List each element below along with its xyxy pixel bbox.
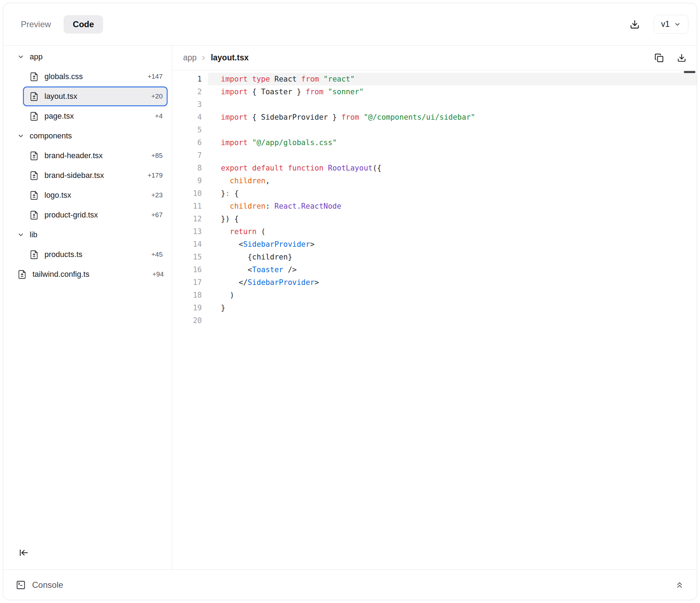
line-number: 4	[172, 111, 202, 124]
tree-item-label: brand-header.tsx	[44, 151, 103, 160]
code-line-2[interactable]: 2import { Toaster } from "sonner"	[172, 85, 697, 98]
file-item-logo.tsx[interactable]: logo.tsx+23	[23, 185, 168, 205]
version-selector[interactable]: v1	[654, 15, 688, 34]
chevron-right-icon	[200, 54, 207, 61]
code-line-content: export default function RootLayout({	[208, 162, 697, 174]
tree-item-label: products.ts	[44, 250, 83, 259]
breadcrumb: app layout.tsx	[172, 46, 697, 70]
breadcrumb-file: layout.tsx	[211, 53, 248, 62]
code-line-11[interactable]: 11 children: React.ReactNode	[172, 200, 697, 213]
folder-item-app[interactable]: app	[3, 47, 172, 67]
code-line-20[interactable]: 20	[172, 314, 697, 327]
line-number: 13	[172, 225, 202, 238]
code-line-content: }) {	[208, 213, 697, 225]
code-line-10[interactable]: 10}: {	[172, 187, 697, 200]
download-icon	[677, 53, 686, 62]
code-viewer-window: Preview Code v1 appglobals.css+147layout…	[3, 3, 697, 600]
file-tree: appglobals.css+147layout.tsx+20page.tsx+…	[3, 47, 172, 284]
code-line-5[interactable]: 5	[172, 124, 697, 136]
code-line-content: <Toaster />	[208, 263, 697, 276]
code-line-4[interactable]: 4import { SidebarProvider } from "@/comp…	[172, 111, 697, 124]
line-number: 1	[172, 73, 202, 85]
collapse-sidebar-button[interactable]	[15, 544, 32, 561]
code-line-content: }: {	[208, 187, 697, 200]
code-line-9[interactable]: 9 children,	[172, 174, 697, 187]
panel-collapse-icon	[19, 548, 29, 557]
chevrons-up-icon	[675, 580, 684, 590]
tree-item-label: components	[30, 131, 72, 141]
code-line-6[interactable]: 6import "@/app/globals.css"	[172, 136, 697, 149]
file-item-brand-header.tsx[interactable]: brand-header.tsx+85	[23, 146, 168, 166]
diff-count: +179	[147, 172, 163, 179]
line-number: 6	[172, 136, 202, 149]
line-number: 3	[172, 98, 202, 111]
code-line-content: import "@/app/globals.css"	[208, 136, 697, 149]
line-number: 10	[172, 187, 202, 200]
file-item-brand-sidebar.tsx[interactable]: brand-sidebar.tsx+179	[23, 166, 168, 185]
code-line-12[interactable]: 12}) {	[172, 213, 697, 225]
code-line-19[interactable]: 19}	[172, 302, 697, 314]
diff-count: +20	[151, 92, 163, 100]
code-editor[interactable]: 1import type React from "react"2import {…	[172, 70, 697, 569]
file-diff-icon	[29, 250, 39, 259]
code-line-content	[208, 314, 697, 327]
diff-count: +67	[151, 211, 163, 219]
code-line-content: import { SidebarProvider } from "@/compo…	[208, 111, 697, 124]
code-line-3[interactable]: 3	[172, 98, 697, 111]
file-item-globals.css[interactable]: globals.css+147	[23, 67, 168, 86]
diff-count: +85	[151, 152, 163, 160]
code-line-content: )	[208, 289, 697, 302]
file-diff-icon	[29, 210, 39, 220]
content-area: appglobals.css+147layout.tsx+20page.tsx+…	[3, 46, 697, 569]
code-line-13[interactable]: 13 return (	[172, 225, 697, 238]
editor-pane: app layout.tsx 1import type React from "…	[172, 46, 697, 569]
code-line-7[interactable]: 7	[172, 149, 697, 162]
expand-console-button[interactable]	[673, 578, 686, 592]
folder-item-lib[interactable]: lib	[3, 225, 172, 245]
code-line-15[interactable]: 15 {children}	[172, 251, 697, 263]
line-number: 7	[172, 149, 202, 162]
code-line-17[interactable]: 17 </SidebarProvider>	[172, 276, 697, 289]
code-line-content: {children}	[208, 251, 697, 263]
console-bar[interactable]: Console	[3, 569, 697, 600]
tree-item-label: layout.tsx	[44, 92, 77, 101]
tree-item-label: product-grid.tsx	[44, 210, 98, 220]
file-item-page.tsx[interactable]: page.tsx+4	[23, 106, 168, 126]
code-line-18[interactable]: 18 )	[172, 289, 697, 302]
line-number: 9	[172, 174, 202, 187]
diff-count: +4	[155, 112, 163, 120]
code-line-content: import { Toaster } from "sonner"	[208, 85, 697, 98]
folder-item-components[interactable]: components	[3, 126, 172, 146]
line-number: 8	[172, 162, 202, 174]
download-button[interactable]	[628, 17, 642, 31]
file-diff-icon	[29, 92, 39, 101]
tab-preview[interactable]: Preview	[17, 15, 54, 34]
code-line-1[interactable]: 1import type React from "react"	[172, 73, 697, 85]
code-line-content: }	[208, 302, 697, 314]
code-line-content: children,	[208, 174, 697, 187]
file-item-product-grid.tsx[interactable]: product-grid.tsx+67	[23, 205, 168, 225]
scrollbar-thumb[interactable]	[684, 71, 695, 73]
line-number: 16	[172, 263, 202, 276]
line-number: 5	[172, 124, 202, 136]
file-item-products.ts[interactable]: products.ts+45	[23, 245, 168, 264]
file-item-layout.tsx[interactable]: layout.tsx+20	[23, 86, 168, 106]
breadcrumb-folder: app	[183, 53, 197, 62]
code-lines: 1import type React from "react"2import {…	[172, 73, 697, 327]
line-number: 15	[172, 251, 202, 263]
line-number: 17	[172, 276, 202, 289]
file-diff-icon	[29, 72, 39, 82]
diff-count: +23	[151, 191, 163, 199]
code-line-16[interactable]: 16 <Toaster />	[172, 263, 697, 276]
file-diff-icon	[29, 151, 39, 161]
tree-item-label: globals.css	[44, 72, 83, 81]
code-line-8[interactable]: 8export default function RootLayout({	[172, 162, 697, 174]
code-line-content	[208, 149, 697, 162]
code-line-14[interactable]: 14 <SidebarProvider>	[172, 238, 697, 251]
download-file-button[interactable]	[675, 51, 688, 65]
file-diff-icon	[29, 112, 39, 121]
copy-code-button[interactable]	[652, 51, 666, 65]
line-number: 20	[172, 314, 202, 327]
tab-code[interactable]: Code	[64, 15, 103, 34]
file-item-tailwind.config.ts[interactable]: tailwind.config.ts+94	[3, 264, 172, 284]
